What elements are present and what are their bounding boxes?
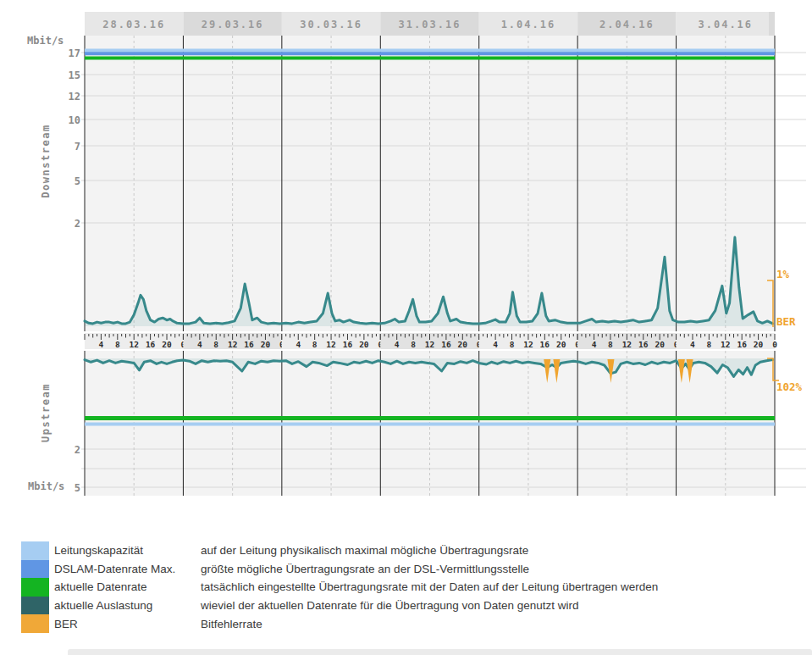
- aktuelle-datenrate-swatch: [21, 578, 49, 597]
- svg-text:17: 17: [69, 47, 80, 59]
- svg-text:8: 8: [707, 340, 712, 349]
- legend-desc: auf der Leitung physikalisch maximal mög…: [201, 544, 528, 557]
- legend-label: aktuelle Auslastung: [54, 599, 201, 612]
- svg-text:7: 7: [75, 141, 80, 153]
- svg-text:16: 16: [343, 340, 353, 349]
- legend-row: aktuelle Datenrate tatsächlich eingestel…: [21, 578, 658, 597]
- svg-text:2: 2: [75, 218, 80, 230]
- svg-text:Upstream: Upstream: [40, 383, 52, 442]
- svg-text:8: 8: [115, 340, 120, 349]
- svg-text:15: 15: [69, 69, 80, 81]
- dsl-monitor-page: 28.03.1629.03.1630.03.1631.03.161.04.162…: [0, 0, 812, 655]
- legend-label: DSLAM-Datenrate Max.: [54, 563, 201, 575]
- date-header: 28.03.1629.03.1630.03.1631.03.161.04.162…: [85, 12, 775, 36]
- svg-text:12: 12: [129, 340, 138, 349]
- svg-text:20: 20: [162, 340, 172, 349]
- time-ruler: 4812162004812162004812162004812162004812…: [85, 333, 777, 349]
- legend-desc: tatsächlich eingestellte Übertragungsrat…: [201, 580, 658, 593]
- legend-row: aktuelle Auslastung wieviel der aktuelle…: [21, 597, 658, 615]
- svg-text:20: 20: [556, 340, 566, 349]
- axis-labels: Mbit/sMbit/s1715121075225DownstreamUpstr…: [27, 35, 80, 494]
- svg-text:4: 4: [296, 340, 301, 349]
- svg-text:16: 16: [146, 340, 156, 349]
- svg-text:12: 12: [69, 91, 80, 103]
- svg-text:16: 16: [638, 340, 649, 349]
- svg-text:2: 2: [75, 444, 80, 456]
- svg-text:8: 8: [510, 340, 515, 349]
- svg-text:20: 20: [655, 340, 665, 349]
- legend-row: DSLAM-Datenrate Max. größte mögliche Übe…: [21, 560, 658, 579]
- svg-text:16: 16: [737, 340, 747, 349]
- svg-text:102%: 102%: [776, 380, 803, 393]
- svg-text:4: 4: [395, 340, 400, 349]
- svg-text:20: 20: [458, 340, 468, 349]
- legend-row: BER Bitfehlerrate: [21, 614, 658, 633]
- legend-desc: größte mögliche Übertragungsrate an der …: [201, 563, 529, 575]
- svg-text:10: 10: [69, 114, 80, 126]
- svg-text:4: 4: [99, 340, 104, 349]
- legend-label: aktuelle Datenrate: [54, 580, 201, 593]
- svg-text:8: 8: [213, 340, 218, 349]
- svg-text:BER: BER: [776, 315, 796, 328]
- svg-text:12: 12: [425, 340, 434, 349]
- svg-text:Mbit/s: Mbit/s: [28, 480, 64, 492]
- svg-text:8: 8: [608, 340, 613, 349]
- svg-text:5: 5: [75, 482, 80, 494]
- svg-text:16: 16: [540, 340, 550, 349]
- svg-text:31.03.16: 31.03.16: [399, 19, 461, 31]
- svg-text:0: 0: [772, 340, 777, 349]
- svg-text:4: 4: [197, 340, 202, 349]
- svg-text:12: 12: [326, 340, 335, 349]
- svg-text:4: 4: [592, 340, 597, 349]
- svg-text:5: 5: [75, 175, 80, 187]
- legend: Leitungskapazität auf der Leitung physik…: [21, 541, 658, 633]
- svg-text:2.04.16: 2.04.16: [599, 19, 655, 31]
- ber-swatch: [21, 614, 49, 633]
- aktuelle-auslastung-swatch: [21, 597, 49, 615]
- svg-text:8: 8: [312, 340, 318, 349]
- svg-text:4: 4: [493, 340, 498, 349]
- svg-text:4: 4: [690, 340, 695, 349]
- svg-text:28.03.16: 28.03.16: [102, 19, 165, 31]
- svg-text:Downstream: Downstream: [40, 124, 52, 197]
- svg-text:12: 12: [622, 340, 632, 349]
- svg-text:16: 16: [244, 340, 254, 349]
- svg-text:12: 12: [228, 340, 237, 349]
- svg-text:3.04.16: 3.04.16: [698, 19, 753, 31]
- svg-text:20: 20: [754, 340, 764, 349]
- svg-text:29.03.16: 29.03.16: [202, 19, 264, 31]
- bottom-divider: [68, 649, 812, 655]
- legend-label: BER: [54, 618, 201, 630]
- svg-text:30.03.16: 30.03.16: [300, 19, 362, 31]
- svg-text:12: 12: [523, 340, 533, 349]
- legend-desc: wieviel der aktuellen Datenrate für die …: [201, 599, 579, 612]
- leitungskapazitaet-swatch: [21, 541, 49, 560]
- legend-desc: Bitfehlerrate: [201, 618, 262, 630]
- svg-text:Mbit/s: Mbit/s: [27, 35, 64, 47]
- legend-row: Leitungskapazität auf der Leitung physik…: [21, 541, 658, 560]
- legend-label: Leitungskapazität: [54, 544, 201, 557]
- svg-text:12: 12: [721, 340, 730, 349]
- svg-text:1%: 1%: [776, 268, 790, 280]
- svg-text:16: 16: [441, 340, 451, 349]
- svg-text:1.04.16: 1.04.16: [501, 19, 556, 31]
- dslam-datenrate-swatch: [21, 560, 49, 579]
- dsl-week-chart: 28.03.1629.03.1630.03.1631.03.161.04.162…: [0, 0, 812, 519]
- svg-text:20: 20: [359, 340, 369, 349]
- svg-text:20: 20: [261, 340, 271, 349]
- svg-text:8: 8: [411, 340, 416, 349]
